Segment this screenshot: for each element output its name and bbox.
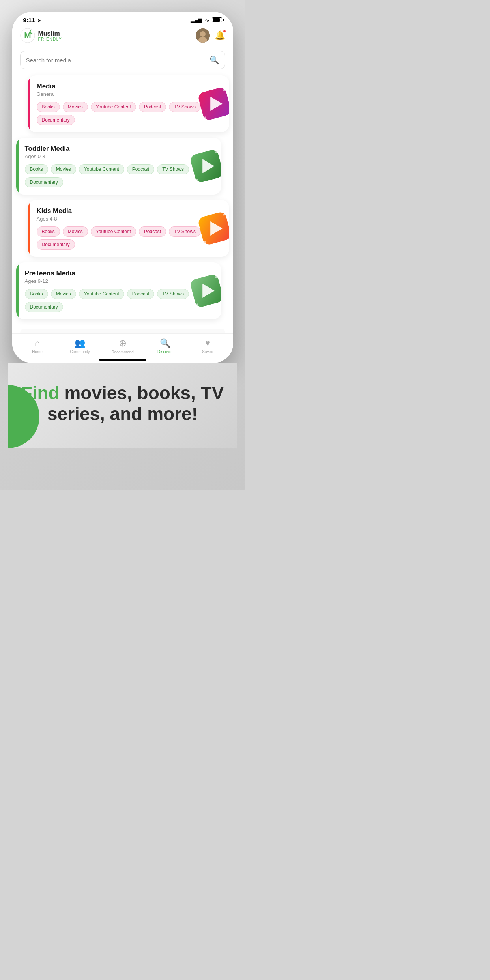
accent-bar-toddler (16, 138, 19, 195)
accent-bar-kids (28, 200, 30, 257)
brand-tagline: FRIENDLY (38, 37, 62, 41)
background: 9:11 ➤ ▂▄▆ ∿ M (0, 0, 245, 490)
tag-podcast-t[interactable]: Podcast (127, 164, 154, 174)
tag-podcast[interactable]: Podcast (139, 102, 166, 112)
discover-label: Discover (157, 350, 173, 354)
recommend-icon: ⊕ (119, 338, 127, 349)
home-label: Home (32, 350, 43, 354)
battery-icon (212, 17, 222, 22)
tag-tvshows-t[interactable]: TV Shows (157, 164, 189, 174)
card-preteens-tags: Books Movies Youtube Content Podcast TV … (25, 289, 214, 312)
tag-movies-t[interactable]: Movies (51, 164, 76, 174)
status-icons: ▂▄▆ ∿ (191, 17, 222, 23)
tag-podcast-k[interactable]: Podcast (139, 226, 166, 237)
tag-books-t[interactable]: Books (25, 164, 48, 174)
svg-point-3 (30, 30, 34, 33)
tag-youtube-t[interactable]: Youtube Content (79, 164, 124, 174)
avatar[interactable] (196, 28, 210, 43)
tag-movies-p[interactable]: Movies (51, 289, 76, 299)
wifi-icon: ∿ (205, 17, 209, 23)
accent-bar-general (28, 75, 30, 132)
tag-tvshows-p[interactable]: TV Shows (157, 289, 189, 299)
card-preteens-subtitle: Ages 9-12 (25, 278, 214, 284)
recommend-label: Recommend (111, 350, 134, 354)
tag-tvshows[interactable]: TV Shows (169, 102, 201, 112)
nav-saved[interactable]: ♥ Saved (187, 338, 229, 354)
avatar-image (196, 28, 210, 43)
notification-dot (223, 30, 226, 33)
saved-label: Saved (202, 350, 213, 354)
community-label: Community (70, 350, 90, 354)
tag-documentary-k[interactable]: Documentary (37, 239, 75, 250)
card-kids[interactable]: Kids Media Ages 4-8 Books Movies Youtube… (28, 200, 229, 257)
card-toddler[interactable]: Toddler Media Ages 0-3 Books Movies Yout… (16, 138, 221, 195)
promo-section: Find movies, books, TV series, and more! (8, 363, 237, 448)
card-general[interactable]: Media General Books Movies Youtube Conte… (28, 75, 229, 132)
search-icon[interactable]: 🔍 (209, 55, 219, 65)
promo-rest: movies, books, TV series, and more! (47, 383, 224, 424)
nav-discover[interactable]: 🔍 Discover (144, 338, 187, 354)
card-preteens[interactable]: PreTeens Media Ages 9-12 Books Movies Yo… (16, 262, 221, 319)
saved-icon: ♥ (205, 338, 210, 348)
partial-card-hint (20, 329, 225, 333)
nav-home[interactable]: ⌂ Home (16, 338, 59, 354)
tag-youtube[interactable]: Youtube Content (91, 102, 136, 112)
tag-books-p[interactable]: Books (25, 289, 48, 299)
tag-books-k[interactable]: Books (37, 226, 60, 237)
location-icon: ➤ (37, 18, 41, 23)
play-icon-green (189, 148, 221, 184)
tag-books[interactable]: Books (37, 102, 60, 112)
tag-tvshows-k[interactable]: TV Shows (169, 226, 201, 237)
card-toddler-title: Toddler Media (25, 145, 214, 153)
header-actions: 🔔 (196, 28, 225, 43)
card-general-tags: Books Movies Youtube Content Podcast TV … (37, 102, 222, 125)
status-time: 9:11 ➤ (23, 17, 41, 23)
tag-youtube-k[interactable]: Youtube Content (91, 226, 136, 237)
svg-point-5 (200, 31, 206, 37)
card-preteens-title: PreTeens Media (25, 269, 214, 277)
logo-text: Muslim FRIENDLY (38, 30, 62, 41)
search-bar[interactable]: 🔍 (20, 51, 225, 69)
nav-recommend[interactable]: ⊕ Recommend (101, 338, 144, 354)
accent-bar-preteens (16, 262, 19, 319)
card-kids-subtitle: Ages 4-8 (37, 216, 222, 222)
nav-community[interactable]: 👥 Community (59, 338, 101, 354)
discover-icon: 🔍 (160, 338, 170, 348)
logo-area: M Muslim FRIENDLY (20, 28, 62, 43)
status-bar: 9:11 ➤ ▂▄▆ ∿ (12, 12, 233, 26)
card-general-title: Media (37, 82, 222, 90)
promo-find: Find (21, 383, 60, 403)
logo-icon: M (20, 28, 35, 43)
phone-frame: 9:11 ➤ ▂▄▆ ∿ M (12, 12, 233, 363)
card-kids-tags: Books Movies Youtube Content Podcast TV … (37, 226, 222, 250)
tag-podcast-p[interactable]: Podcast (127, 289, 154, 299)
signal-icon: ▂▄▆ (191, 17, 202, 23)
tag-documentary-p[interactable]: Documentary (25, 302, 63, 312)
notification-bell[interactable]: 🔔 (215, 30, 225, 41)
bottom-nav: ⌂ Home 👥 Community ⊕ Recommend 🔍 Discove… (12, 333, 233, 356)
play-icon-red (197, 86, 229, 122)
home-icon: ⌂ (35, 338, 40, 348)
tag-movies[interactable]: Movies (63, 102, 88, 112)
app-header: M Muslim FRIENDLY (12, 26, 233, 48)
play-icon-orange (197, 211, 229, 246)
card-toddler-tags: Books Movies Youtube Content Podcast TV … (25, 164, 214, 187)
community-icon: 👥 (75, 338, 85, 348)
play-icon-green2 (189, 273, 221, 309)
cards-area: Media General Books Movies Youtube Conte… (12, 75, 233, 329)
home-indicator (99, 359, 146, 361)
search-input[interactable] (26, 57, 209, 64)
card-kids-title: Kids Media (37, 207, 222, 215)
brand-name: Muslim (38, 30, 62, 37)
card-general-subtitle: General (37, 91, 222, 97)
tag-youtube-p[interactable]: Youtube Content (79, 289, 124, 299)
card-toddler-subtitle: Ages 0-3 (25, 153, 214, 159)
promo-text: Find movies, books, TV series, and more! (20, 383, 225, 425)
tag-documentary-t[interactable]: Documentary (25, 177, 63, 187)
tag-documentary[interactable]: Documentary (37, 115, 75, 125)
tag-movies-k[interactable]: Movies (63, 226, 88, 237)
